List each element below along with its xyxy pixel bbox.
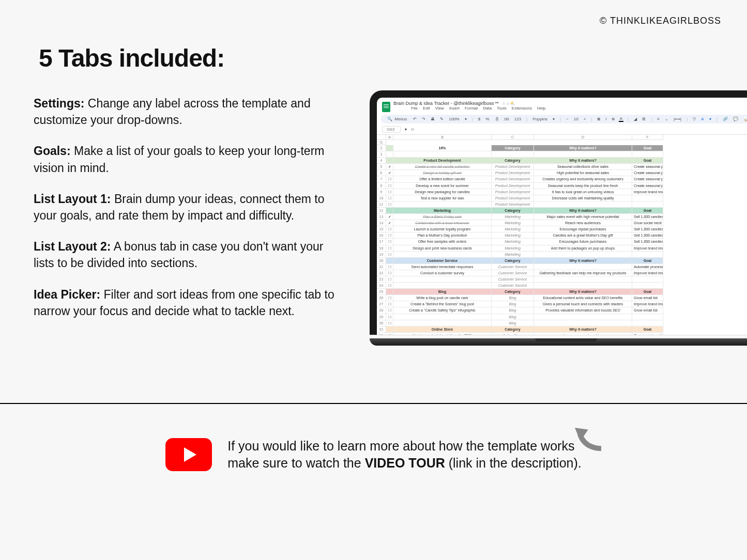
menu-item[interactable]: Insert [449, 106, 460, 111]
youtube-icon[interactable] [165, 438, 212, 471]
dec-dec-button[interactable]: .0̣ [493, 117, 499, 121]
menu-item[interactable]: File [411, 106, 418, 111]
bold-button[interactable]: B [597, 117, 602, 121]
redo-icon[interactable]: ↷ [421, 117, 426, 121]
currency-button[interactable]: $ [477, 117, 481, 121]
menu-bar[interactable]: FileEditViewInsertFormatDataToolsExtensi… [393, 106, 551, 113]
menu-item[interactable]: Help [537, 106, 545, 111]
comment-icon[interactable]: 💬 [732, 117, 739, 121]
spreadsheet-grid[interactable]: ABCDFG216%CategoryWhy it matters?Goal34P… [377, 135, 747, 338]
sheets-icon [382, 102, 390, 112]
zoom-select[interactable]: 100% [448, 117, 460, 121]
search-menus[interactable]: 🔍 Menus [386, 117, 409, 121]
font-select[interactable]: Poppins [531, 117, 548, 121]
tab-desc-item: List Layout 2: A bonus tab in case you d… [34, 238, 339, 271]
screen: Brain Dump & Idea Tracker - @thinklikeag… [370, 90, 747, 338]
borders-icon[interactable]: ⊞ [641, 117, 647, 121]
italic-button[interactable]: I [604, 117, 607, 121]
footer-line2: make sure to watch the VIDEO TOUR (link … [227, 455, 582, 472]
menu-item[interactable]: View [435, 106, 444, 111]
menu-item[interactable]: Format [465, 106, 478, 111]
toolbar[interactable]: 🔍 Menus ↶ ↷ 🖶 ✎ 100%▾ | $ % .0̣ .00 123 … [381, 115, 747, 123]
chart-icon[interactable]: 📊 [742, 117, 747, 121]
doc-title[interactable]: Brain Dump & Idea Tracker - @thinklikeag… [393, 101, 499, 106]
doc-title-icons[interactable]: ☆ ⌂ ⛅ [502, 101, 515, 106]
menu-item[interactable]: Data [483, 106, 492, 111]
page-title: 5 Tabs included: [39, 44, 224, 72]
tab-desc-item: Idea Picker: Filter and sort ideas from … [34, 286, 339, 319]
footer-line1: If you would like to learn more about ho… [227, 438, 582, 455]
laptop-base [370, 338, 747, 346]
footer: If you would like to learn more about ho… [0, 438, 747, 473]
menu-item[interactable]: Tools [497, 106, 507, 111]
undo-icon[interactable]: ↶ [412, 117, 418, 121]
divider [0, 403, 747, 404]
menu-item[interactable]: Extensions [512, 106, 532, 111]
copyright-text: © THINKLIKEAGIRLBOSS [600, 15, 721, 26]
paint-icon[interactable]: ✎ [439, 117, 445, 121]
link-icon[interactable]: 🔗 [722, 117, 729, 121]
menu-item[interactable]: Edit [423, 106, 430, 111]
fill-icon[interactable]: ◢ [633, 117, 638, 121]
text-color-button[interactable]: A [619, 116, 623, 122]
formula-bar[interactable]: fx [411, 127, 414, 132]
svg-marker-0 [571, 422, 590, 441]
tab-desc-item: List Layout 1: Brain dump your ideas, co… [34, 191, 339, 224]
tabs-description: Settings: Change any label across the te… [34, 95, 339, 334]
laptop-mockup: Brain Dump & Idea Tracker - @thinklikeag… [370, 90, 747, 346]
print-icon[interactable]: 🖶 [430, 117, 436, 121]
tab-desc-item: Goals: Make a list of your goals to keep… [34, 143, 339, 176]
strike-button[interactable]: S [611, 117, 616, 121]
tab-desc-item: Settings: Change any label across the te… [34, 95, 339, 128]
name-box[interactable]: G63 [382, 126, 401, 133]
sheet-tabs[interactable]: +≡Settings ▾Goals ▾List Layout 1 ▾List L… [370, 335, 747, 338]
inc-dec-button[interactable]: .00 [502, 117, 510, 121]
percent-button[interactable]: % [484, 117, 490, 121]
font-size[interactable]: 10 [573, 117, 580, 121]
